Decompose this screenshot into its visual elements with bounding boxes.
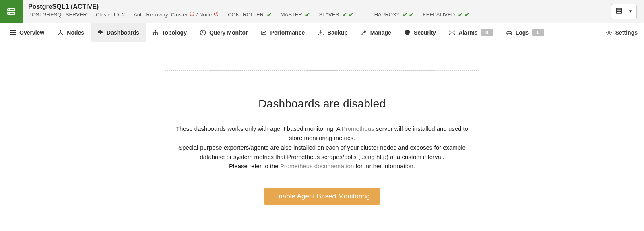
list-icon xyxy=(10,29,16,36)
dashboards-disabled-panel: Dashboards are disabled These dashboards… xyxy=(165,70,479,220)
slaves-label: SLAVES: xyxy=(319,12,340,18)
logs-icon xyxy=(506,29,512,36)
tab-alarms[interactable]: Alarms 0 xyxy=(442,23,499,42)
tab-logs[interactable]: Logs 0 xyxy=(500,23,551,42)
master-status: MASTER: ✔ xyxy=(281,12,310,18)
tab-query-monitor[interactable]: Query Monitor xyxy=(193,23,254,42)
download-icon xyxy=(318,29,324,36)
cluster-type-icon xyxy=(0,0,23,23)
svg-rect-5 xyxy=(616,10,622,12)
cluster-title: PostgreSQL1 (ACTIVE) xyxy=(28,3,598,10)
svg-rect-8 xyxy=(10,32,16,33)
dashboard-icon xyxy=(97,29,103,36)
svg-point-3 xyxy=(9,13,10,14)
topology-icon xyxy=(152,29,159,36)
svg-point-20 xyxy=(608,32,610,33)
tab-label: Overview xyxy=(19,29,44,36)
tab-manage[interactable]: Manage xyxy=(354,23,398,42)
tab-settings[interactable]: Settings xyxy=(599,23,644,42)
check-icon: ✔ xyxy=(267,12,272,18)
panel-text-3: Please refer to the Prometheus documenta… xyxy=(175,161,469,171)
panel-text: for further information. xyxy=(354,163,415,169)
keepalived-status: KEEPALIVED: ✔ ✔ xyxy=(423,12,469,18)
tab-label: Alarms xyxy=(458,29,477,36)
gear-icon xyxy=(606,29,612,36)
check-icon: ✔ xyxy=(349,12,353,18)
clock-icon xyxy=(200,29,206,36)
header-actions: ▼ xyxy=(604,0,644,23)
cluster-tabs: Overview Nodes Dashboards Topology Query… xyxy=(0,23,644,42)
keepalived-label: KEEPALIVED: xyxy=(423,12,456,18)
tab-dashboards[interactable]: Dashboards xyxy=(91,23,146,42)
svg-point-10 xyxy=(60,30,61,31)
alarms-count-badge: 0 xyxy=(481,29,493,36)
tab-label: Query Monitor xyxy=(209,29,248,36)
slaves-status: SLAVES: ✔ ✔ xyxy=(319,12,353,18)
tab-label: Security xyxy=(414,29,436,36)
servers-icon xyxy=(615,7,623,16)
tab-label: Nodes xyxy=(67,29,84,36)
cluster-id-label: Cluster ID: 2 xyxy=(96,12,125,18)
nodes-icon xyxy=(57,29,64,36)
panel-heading: Dashboards are disabled xyxy=(175,97,469,110)
svg-rect-4 xyxy=(616,8,622,10)
tab-label: Topology xyxy=(162,29,187,36)
controller-label: CONTROLLER: xyxy=(228,12,265,18)
tab-nodes[interactable]: Nodes xyxy=(51,23,91,42)
svg-rect-13 xyxy=(100,32,101,34)
power-icon[interactable] xyxy=(213,11,219,18)
tab-overview[interactable]: Overview xyxy=(3,23,51,42)
chart-icon xyxy=(261,29,267,36)
auto-recovery-status: Auto Recovery: Cluster / Node xyxy=(134,11,219,18)
haproxy-status: HAPROXY: ✔ ✔ xyxy=(374,12,414,18)
tab-label: Performance xyxy=(270,29,305,36)
check-icon: ✔ xyxy=(409,12,414,18)
check-icon: ✔ xyxy=(402,12,407,18)
check-icon: ✔ xyxy=(464,12,469,18)
cluster-actions-dropdown[interactable]: ▼ xyxy=(611,4,637,19)
haproxy-label: HAPROXY: xyxy=(374,12,401,18)
enable-agent-monitoring-button[interactable]: Enable Agent Based Monitoring xyxy=(264,188,380,205)
power-icon[interactable] xyxy=(189,11,195,18)
check-icon: ✔ xyxy=(458,12,463,18)
logs-count-badge: 0 xyxy=(532,29,544,36)
caret-down-icon: ▼ xyxy=(628,9,632,14)
controller-status: CONTROLLER: ✔ xyxy=(228,12,271,18)
tab-label: Logs xyxy=(516,29,529,36)
cluster-header: PostgreSQL1 (ACTIVE) POSTGRESQL SERVER C… xyxy=(0,0,644,23)
prometheus-link[interactable]: Prometheus xyxy=(342,125,374,132)
auto-recovery-cluster-label: Auto Recovery: Cluster xyxy=(134,12,188,18)
panel-text-2: Special-purpose exporters/agents are als… xyxy=(175,143,469,162)
panel-text-1: These dashboards works only with agent b… xyxy=(175,124,469,143)
tab-label: Backup xyxy=(327,29,348,36)
shield-icon xyxy=(404,29,411,36)
tab-label: Manage xyxy=(370,29,391,36)
check-icon: ✔ xyxy=(342,12,347,18)
svg-rect-7 xyxy=(10,30,16,31)
panel-text: Please refer to the xyxy=(229,163,280,169)
dashboard-content: Dashboards are disabled These dashboards… xyxy=(0,42,644,231)
tab-topology[interactable]: Topology xyxy=(146,23,193,42)
tab-label: Dashboards xyxy=(107,29,139,36)
svg-rect-9 xyxy=(10,34,16,35)
panel-text: These dashboards works only with agent b… xyxy=(176,125,342,132)
svg-point-14 xyxy=(155,30,156,31)
tab-performance[interactable]: Performance xyxy=(254,23,312,42)
svg-point-15 xyxy=(153,33,154,35)
cluster-header-main: PostgreSQL1 (ACTIVE) POSTGRESQL SERVER C… xyxy=(23,0,604,23)
svg-rect-6 xyxy=(616,12,622,13)
broadcast-icon xyxy=(449,29,455,36)
tab-security[interactable]: Security xyxy=(398,23,442,42)
tab-label: Settings xyxy=(615,29,638,36)
svg-point-19 xyxy=(452,32,453,33)
svg-point-17 xyxy=(157,33,158,35)
svg-point-16 xyxy=(155,33,156,35)
master-label: MASTER: xyxy=(281,12,304,18)
server-type-label: POSTGRESQL SERVER xyxy=(28,12,87,18)
tab-backup[interactable]: Backup xyxy=(311,23,354,42)
wrench-icon xyxy=(361,29,367,36)
svg-point-2 xyxy=(9,10,10,10)
auto-recovery-node-label: / Node xyxy=(196,12,212,18)
check-icon: ✔ xyxy=(305,12,310,18)
prometheus-docs-link[interactable]: Prometheus documentation xyxy=(280,163,354,169)
